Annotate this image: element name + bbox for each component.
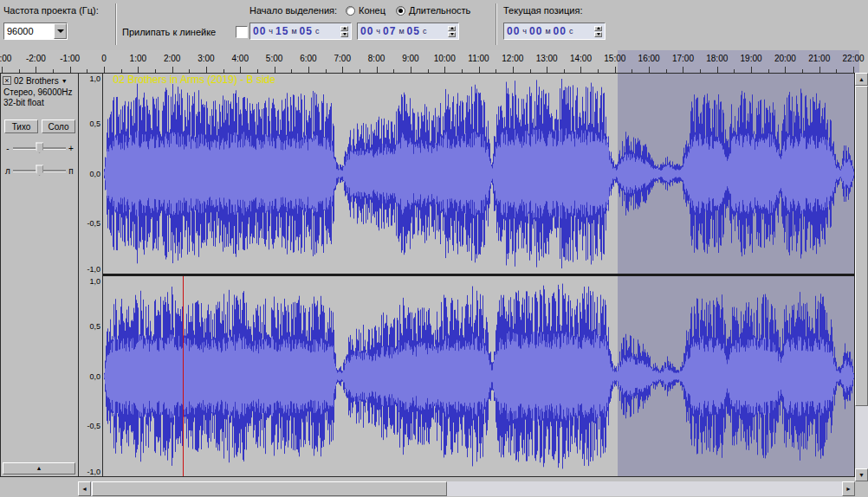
ruler-tick xyxy=(377,67,378,73)
pan-left-label: л xyxy=(4,166,11,176)
waveform-channel-left[interactable]: 02 Brothers in Arms (2019) - B side xyxy=(103,74,854,274)
hours-value[interactable]: 00 xyxy=(507,25,520,37)
ruler-tick xyxy=(513,67,514,73)
amplitude-label: -1,0 xyxy=(87,265,100,274)
waveform-channel-right[interactable] xyxy=(103,276,854,476)
ruler-label: 22:00 xyxy=(843,54,865,63)
toolbar-separator xyxy=(496,3,497,45)
selection-start-field[interactable]: 00 ч 15 м 05 с xyxy=(249,23,352,40)
snap-label: Прилипать к линейке xyxy=(122,27,216,37)
ruler-label: 8:00 xyxy=(368,54,385,63)
amplitude-label: 1,0 xyxy=(89,74,100,83)
ruler-label: 12:00 xyxy=(502,54,523,63)
ruler-tick xyxy=(104,67,105,73)
minutes-value[interactable]: 15 xyxy=(275,25,288,37)
selection-start-label: Начало выделения: xyxy=(249,5,337,16)
track-menu-icon[interactable]: ▼ xyxy=(62,78,68,84)
ruler-label: 0 xyxy=(101,54,107,63)
gain-slider-track[interactable] xyxy=(13,147,66,150)
timeline-ruler[interactable]: -3:00-2:00-1:0001:002:003:004:005:006:00… xyxy=(0,50,868,74)
clip-title: 02 Brothers in Arms (2019) - B side xyxy=(113,74,275,86)
amplitude-scale-right: 1,00,50,0-0,5-1,0 xyxy=(79,276,102,476)
amplitude-label: 0,5 xyxy=(89,119,100,128)
ruler-tick xyxy=(683,67,683,73)
ruler-tick xyxy=(547,67,547,73)
waveform-canvas-left[interactable] xyxy=(103,74,854,274)
waveform-canvas-right[interactable] xyxy=(103,276,854,476)
seconds-value[interactable]: 05 xyxy=(300,25,313,37)
ruler-tick xyxy=(36,67,36,73)
scrollbar-corner xyxy=(855,481,868,497)
gain-slider[interactable]: - + xyxy=(4,140,74,156)
radio-length-label[interactable]: Длительность xyxy=(409,5,470,16)
track-collapse-button[interactable]: ▲ xyxy=(3,462,75,474)
ruler-tick xyxy=(2,67,3,73)
pan-slider[interactable]: л п xyxy=(4,163,74,178)
hours-value[interactable]: 00 xyxy=(360,25,373,37)
ruler-tick xyxy=(444,67,445,73)
time-spinner[interactable] xyxy=(340,26,348,37)
ruler-tick xyxy=(853,67,854,73)
solo-button[interactable]: Соло xyxy=(42,119,75,133)
seconds-value[interactable]: 00 xyxy=(554,25,567,37)
ruler-label: 21:00 xyxy=(808,54,830,63)
right-arrow-icon: ► xyxy=(845,486,852,492)
scroll-left-button[interactable]: ◄ xyxy=(78,481,91,496)
up-arrow-icon: ▲ xyxy=(858,76,865,82)
mute-button[interactable]: Тихо xyxy=(4,119,38,133)
minutes-value[interactable]: 00 xyxy=(529,25,542,37)
ruler-label: 4:00 xyxy=(232,54,249,63)
radio-length[interactable] xyxy=(396,6,405,16)
ruler-label: 6:00 xyxy=(300,54,316,63)
pan-slider-thumb[interactable] xyxy=(36,165,43,176)
horizontal-scrollbar[interactable]: ◄ ► xyxy=(78,481,855,496)
ruler-tick xyxy=(615,67,616,73)
ruler-label: -2:00 xyxy=(26,54,46,63)
snap-checkbox[interactable] xyxy=(236,26,248,38)
ruler-label: 14:00 xyxy=(570,54,592,63)
scroll-up-button[interactable]: ▲ xyxy=(855,73,868,86)
amplitude-label: -0,5 xyxy=(87,422,100,430)
amplitude-label: 0,5 xyxy=(89,322,100,331)
radio-end[interactable] xyxy=(346,6,355,16)
scroll-right-button[interactable]: ► xyxy=(842,481,855,496)
track-title[interactable]: 02 Brothers xyxy=(14,76,59,86)
ruler-label: 5:00 xyxy=(266,54,282,63)
ruler-tick xyxy=(580,67,581,73)
time-spinner[interactable] xyxy=(594,26,602,37)
combo-dropdown-icon[interactable] xyxy=(54,23,67,39)
time-spinner[interactable] xyxy=(448,26,456,37)
left-arrow-icon: ◄ xyxy=(81,486,87,492)
vertical-scrollbar[interactable]: ▲ ▼ xyxy=(855,73,868,481)
ruler-label: 13:00 xyxy=(536,54,558,63)
current-position-field[interactable]: 00 ч 00 м 00 с xyxy=(503,23,606,40)
audio-track: × 02 Brothers ▼ Стерео, 96000Hz 32-bit f… xyxy=(0,73,855,477)
seconds-value[interactable]: 05 xyxy=(407,25,420,37)
ruler-tick xyxy=(172,67,173,73)
project-rate-combo[interactable]: 96000 xyxy=(3,23,68,40)
ruler-tick xyxy=(70,67,71,73)
ruler-label: 18:00 xyxy=(706,54,728,63)
playback-cursor xyxy=(183,276,184,476)
ruler-tick xyxy=(479,67,480,73)
hours-unit: ч xyxy=(269,27,273,36)
hscroll-thumb[interactable] xyxy=(92,481,447,496)
hours-value[interactable]: 00 xyxy=(253,25,266,37)
vscroll-thumb[interactable] xyxy=(855,86,868,406)
ruler-label: -3:00 xyxy=(0,54,11,63)
toolbar-separator xyxy=(115,3,117,45)
ruler-label: 2:00 xyxy=(164,54,180,63)
track-info-format: Стерео, 96000Hz xyxy=(3,87,78,97)
scroll-down-button[interactable]: ▼ xyxy=(855,468,868,481)
amplitude-label: 0,0 xyxy=(89,372,100,381)
minutes-value[interactable]: 07 xyxy=(383,25,396,37)
pan-slider-track[interactable] xyxy=(13,170,66,172)
ruler-tick xyxy=(240,67,241,73)
selection-length-field[interactable]: 00 ч 07 м 05 с xyxy=(357,23,459,40)
track-close-button[interactable]: × xyxy=(3,76,11,85)
ruler-tick xyxy=(342,67,343,73)
radio-end-label[interactable]: Конец xyxy=(359,5,385,16)
ruler-tick xyxy=(717,67,718,73)
amplitude-label: 1,0 xyxy=(89,277,100,286)
gain-slider-thumb[interactable] xyxy=(36,142,43,153)
